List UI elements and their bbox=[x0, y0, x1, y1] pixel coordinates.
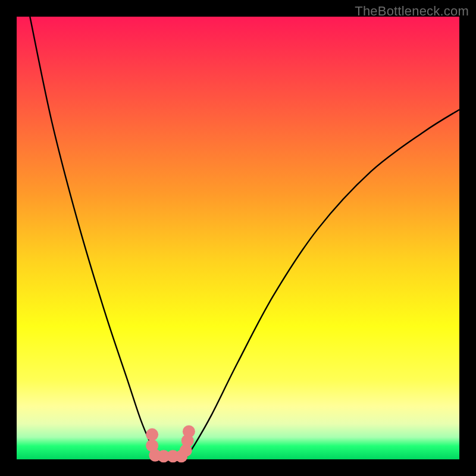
curve-left-branch bbox=[30, 17, 158, 459]
chart-svg bbox=[17, 17, 459, 459]
valley-markers bbox=[146, 425, 195, 463]
curve-right-branch bbox=[185, 109, 459, 459]
chart-frame: TheBottleneck.com bbox=[0, 0, 476, 476]
valley-marker bbox=[183, 425, 195, 438]
valley-marker bbox=[146, 428, 158, 441]
plot-area bbox=[17, 17, 459, 459]
